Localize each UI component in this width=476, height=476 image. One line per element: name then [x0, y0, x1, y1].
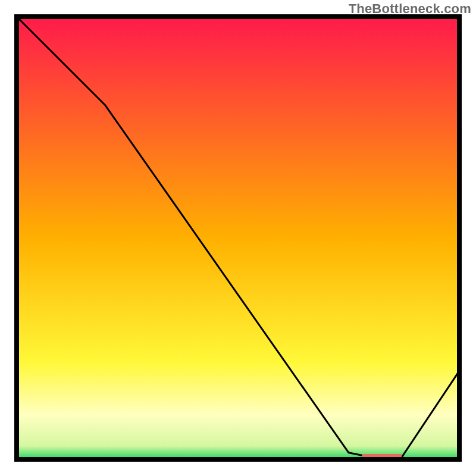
chart-container: TheBottleneck.com: [0, 0, 476, 476]
attribution-link[interactable]: TheBottleneck.com: [349, 1, 471, 17]
chart-svg: [0, 0, 476, 476]
